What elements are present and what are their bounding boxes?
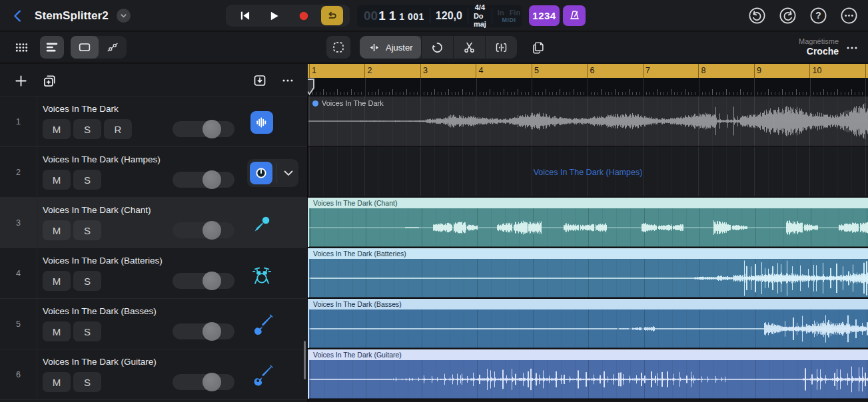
guitar-icon: [250, 365, 273, 387]
bar-number: 7: [646, 66, 650, 75]
solo-button[interactable]: S: [73, 170, 101, 190]
tracklist-more-button[interactable]: [277, 70, 298, 91]
track-lane: Voices In The Dark (Hampes): [308, 147, 868, 196]
stem-region[interactable]: Voices In The Dark (Batteries): [308, 248, 868, 298]
track-row[interactable]: 2 Voices In The Dark (Hampes) MS: [0, 147, 307, 198]
tracks-view-button[interactable]: [40, 36, 64, 59]
mute-button[interactable]: M: [43, 119, 71, 139]
empty-track-lane[interactable]: Voices In The Dark (Hampes): [308, 147, 868, 196]
cycle-button[interactable]: [321, 6, 343, 25]
solo-button[interactable]: S: [73, 119, 101, 139]
trim-tool-button[interactable]: Ajuster: [360, 36, 421, 59]
back-button[interactable]: [9, 5, 27, 27]
import-button[interactable]: [249, 70, 270, 91]
track-number: 5: [0, 299, 37, 349]
cycle-range-ruler[interactable]: 1234567891011: [308, 64, 868, 78]
ellipsis-icon: [280, 73, 295, 88]
add-track-button[interactable]: [10, 70, 31, 91]
volume-slider[interactable]: [173, 222, 234, 238]
marquee-tool-button[interactable]: [326, 36, 350, 59]
volume-slider[interactable]: [173, 323, 234, 339]
project-menu-button[interactable]: [117, 9, 131, 23]
track-name[interactable]: Voices In The Dark (Guitare): [43, 357, 157, 367]
regions-mode-button[interactable]: [71, 36, 99, 59]
split-tool-button[interactable]: [454, 36, 485, 59]
volume-slider[interactable]: [173, 273, 234, 289]
volume-slider-knob[interactable]: [203, 272, 221, 290]
arrange-area: 1234567891011 Voices In The Dark Voices …: [308, 64, 868, 402]
volume-slider-knob[interactable]: [203, 373, 221, 391]
toolbar-more-button[interactable]: [843, 39, 861, 57]
copy-button[interactable]: [526, 36, 550, 59]
duplicate-track-button[interactable]: [39, 70, 60, 91]
track-row[interactable]: 3 Voices In The Dark (Chant) MS: [0, 198, 307, 248]
snap-setting[interactable]: Magnétisme Croche: [799, 36, 839, 59]
mic-icon: [251, 214, 272, 235]
key-signature: Do maj: [474, 12, 486, 29]
solo-button[interactable]: S: [73, 372, 101, 392]
track-name[interactable]: Voices In The Dark (Batteries): [43, 256, 163, 266]
help-icon: ?: [809, 6, 828, 25]
track-name[interactable]: Voices In The Dark: [43, 104, 119, 114]
grid-view-button[interactable]: [9, 36, 33, 59]
edit-mode-group: [71, 36, 127, 59]
redo-button[interactable]: [777, 6, 797, 26]
volume-slider-knob[interactable]: [203, 322, 221, 341]
track-name[interactable]: Voices In The Dark (Hampes): [43, 154, 161, 164]
knob-icon: [254, 166, 268, 180]
stem-region[interactable]: Voices In The Dark (Chant): [308, 198, 868, 247]
mute-button[interactable]: M: [43, 372, 71, 392]
instrument-control-group: [247, 159, 298, 187]
undo-button[interactable]: [747, 6, 767, 26]
ellipsis-icon: [845, 41, 859, 55]
track-name[interactable]: Voices In The Dark (Basses): [43, 306, 157, 316]
position-leading-zeros: 00: [364, 9, 378, 23]
metronome-button[interactable]: [563, 5, 586, 26]
more-options-button[interactable]: [839, 6, 859, 26]
solo-button[interactable]: S: [73, 271, 101, 291]
volume-slider-knob[interactable]: [203, 170, 221, 189]
track-name[interactable]: Voices In The Dark (Chant): [43, 205, 151, 215]
instrument-button[interactable]: [250, 162, 272, 184]
lcd-display[interactable]: 00111 001 120,0 4/4 Do maj In Fin MIDI: [357, 5, 522, 27]
track-row[interactable]: 1 Voices In The Dark MSR: [0, 97, 307, 147]
bar-ruler[interactable]: [308, 78, 868, 97]
track-buttons: MS: [43, 271, 101, 291]
playhead-position: 00111 001: [364, 9, 424, 23]
rewind-button[interactable]: [232, 6, 256, 25]
record-enable-button[interactable]: R: [104, 119, 132, 139]
volume-slider[interactable]: [173, 374, 234, 390]
audio-track-type-button[interactable]: [250, 111, 273, 134]
record-button[interactable]: [292, 6, 316, 25]
stem-region[interactable]: Voices In The Dark (Basses): [308, 299, 868, 348]
mute-button[interactable]: M: [43, 170, 71, 190]
collapse-stems-button[interactable]: [278, 159, 298, 187]
audio-region[interactable]: Voices In The Dark: [308, 97, 868, 146]
play-button[interactable]: [262, 6, 286, 25]
mute-button[interactable]: M: [43, 321, 71, 341]
mute-button[interactable]: M: [43, 271, 71, 291]
count-in-button[interactable]: 1234: [529, 5, 560, 26]
track-row[interactable]: 6 Voices In The Dark (Guitare) MS: [0, 349, 307, 400]
solo-button[interactable]: S: [73, 220, 101, 240]
loop-tool-button[interactable]: [422, 36, 453, 59]
volume-slider[interactable]: [173, 121, 234, 137]
automation-mode-button[interactable]: [99, 36, 127, 59]
rewind-icon: [238, 9, 252, 23]
solo-button[interactable]: S: [73, 321, 101, 341]
track-row[interactable]: 4 Voices In The Dark (Batteries) MS: [0, 248, 307, 299]
bar-number: 5: [534, 66, 539, 75]
scissors-icon: [462, 41, 476, 55]
track-row[interactable]: 5 Voices In The Dark (Basses) MS: [0, 299, 307, 349]
volume-slider[interactable]: [173, 172, 234, 188]
snap-label: Magnétisme: [799, 37, 839, 46]
stem-region[interactable]: Voices In The Dark (Guitare): [308, 349, 868, 399]
mute-button[interactable]: M: [43, 220, 71, 240]
volume-slider-knob[interactable]: [203, 120, 221, 138]
volume-slider-knob[interactable]: [203, 221, 221, 240]
tracklist-scrollbar[interactable]: [304, 341, 306, 379]
help-button[interactable]: ?: [808, 6, 828, 26]
track-lane: Voices In The Dark (Guitare): [308, 349, 868, 399]
fade-tool-button[interactable]: [486, 36, 517, 59]
snap-value: Croche: [807, 46, 839, 57]
